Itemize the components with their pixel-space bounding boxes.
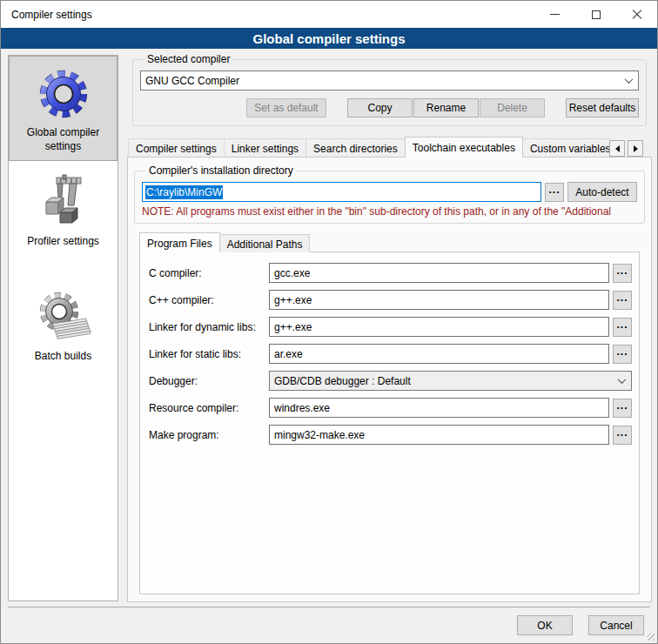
tab-search-directories[interactable]: Search directories — [306, 138, 406, 158]
tab-scroll-arrows — [609, 140, 643, 157]
cpp-compiler-input[interactable] — [269, 290, 609, 310]
tab-additional-paths[interactable]: Additional Paths — [219, 234, 311, 252]
cpp-compiler-browse-button[interactable]: ... — [613, 291, 632, 310]
reset-defaults-button[interactable]: Reset defaults — [566, 98, 639, 117]
dialog-footer: OK Cancel — [1, 607, 657, 643]
resource-compiler-input[interactable] — [269, 398, 609, 418]
static-linker-browse-button[interactable]: ... — [613, 345, 632, 364]
cpp-compiler-row: C++ compiler: ... — [149, 290, 632, 310]
sidebar-item-label: Batch builds — [35, 350, 91, 364]
static-linker-input[interactable] — [269, 344, 609, 364]
close-icon — [632, 10, 642, 20]
gear-stack-icon — [36, 289, 91, 345]
installation-directory-value: C:\raylib\MinGW — [145, 185, 223, 199]
c-compiler-input[interactable] — [269, 263, 609, 283]
toolchain-subtabs: Program Files Additional Paths — [139, 232, 651, 252]
chevron-down-icon — [625, 75, 634, 84]
delete-button[interactable]: Delete — [480, 98, 545, 117]
tab-linker-settings[interactable]: Linker settings — [224, 138, 306, 158]
resource-compiler-browse-button[interactable]: ... — [613, 399, 632, 418]
cpp-compiler-label: C++ compiler: — [149, 294, 269, 306]
tab-custom-variables[interactable]: Custom variables — [522, 138, 610, 158]
tab-scroll-left-button[interactable] — [609, 140, 625, 157]
set-as-default-button[interactable]: Set as default — [246, 98, 326, 117]
sidebar-item-label: Profiler settings — [27, 235, 99, 249]
make-program-row: Make program: ... — [149, 425, 632, 445]
close-button[interactable] — [616, 1, 657, 28]
sidebar-item-label: Global compiler settings — [12, 126, 114, 153]
dynamic-linker-row: Linker for dynamic libs: ... — [149, 317, 632, 337]
resource-compiler-label: Resource compiler: — [149, 402, 269, 414]
footer-divider — [8, 607, 650, 607]
c-compiler-browse-button[interactable]: ... — [613, 264, 632, 283]
settings-tabs: Compiler settings Linker settings Search… — [128, 137, 610, 158]
dynamic-linker-browse-button[interactable]: ... — [613, 318, 632, 337]
compiler-select[interactable]: GNU GCC Compiler — [140, 70, 639, 91]
c-compiler-row: C compiler: ... — [149, 263, 632, 283]
tab-scroll-right-button[interactable] — [628, 140, 643, 157]
compiler-actions: Set as default Copy Rename Delete Reset … — [140, 98, 639, 117]
blue-gear-icon — [36, 65, 91, 121]
window-title: Compiler settings — [1, 9, 92, 21]
ok-button[interactable]: OK — [517, 615, 573, 635]
cancel-button[interactable]: Cancel — [588, 615, 644, 635]
installation-directory-group: Compiler's installation directory C:\ray… — [134, 164, 645, 224]
make-program-label: Make program: — [149, 429, 269, 441]
page-title: Global compiler settings — [1, 28, 657, 49]
sidebar-item-global-compiler-settings[interactable]: Global compiler settings — [9, 56, 118, 161]
installation-directory-browse-button[interactable]: ... — [545, 183, 564, 202]
sidebar-item-batch-builds[interactable]: Batch builds — [9, 279, 118, 372]
debugger-select[interactable]: GDB/CDB debugger : Default — [269, 371, 632, 391]
settings-category-list: Global compiler settings Profiler settin… — [8, 55, 118, 601]
copy-button[interactable]: Copy — [347, 98, 413, 117]
titlebar: Compiler settings — [1, 1, 657, 28]
maximize-icon — [592, 10, 601, 19]
debugger-row: Debugger: GDB/CDB debugger : Default — [149, 371, 632, 391]
tab-compiler-settings[interactable]: Compiler settings — [128, 138, 225, 158]
settings-tabbar: Compiler settings Linker settings Search… — [127, 137, 652, 158]
selected-compiler-label: Selected compiler — [144, 53, 233, 65]
toolchain-executables-page: Compiler's installation directory C:\ray… — [127, 157, 652, 602]
debugger-select-value: GDB/CDB debugger : Default — [274, 375, 411, 387]
dynamic-linker-label: Linker for dynamic libs: — [149, 321, 269, 333]
arrow-left-icon — [615, 145, 620, 152]
caliper-icon — [36, 174, 91, 230]
maximize-button[interactable] — [575, 1, 616, 28]
minimize-icon — [550, 14, 560, 15]
arrow-right-icon — [634, 145, 638, 152]
sidebar-item-profiler-settings[interactable]: Profiler settings — [9, 164, 118, 257]
compiler-select-value: GNU GCC Compiler — [145, 75, 239, 87]
debugger-label: Debugger: — [149, 375, 269, 387]
c-compiler-label: C compiler: — [149, 267, 269, 279]
window-controls — [534, 1, 657, 28]
program-files-page: C compiler: ... C++ compiler: ... Linker… — [139, 252, 640, 594]
auto-detect-button[interactable]: Auto-detect — [567, 182, 637, 202]
main-panel: Selected compiler GNU GCC Compiler Set a… — [127, 53, 652, 602]
minimize-button[interactable] — [534, 1, 575, 28]
dynamic-linker-input[interactable] — [269, 317, 609, 337]
compiler-settings-dialog: Compiler settings Global compiler settin… — [0, 0, 658, 644]
make-program-input[interactable] — [269, 425, 609, 445]
installation-directory-input[interactable]: C:\raylib\MinGW — [142, 182, 541, 202]
selected-compiler-group: Selected compiler GNU GCC Compiler Set a… — [132, 53, 647, 126]
installation-directory-row: C:\raylib\MinGW ... Auto-detect — [142, 182, 637, 202]
resize-grip[interactable] — [647, 633, 655, 641]
resource-compiler-row: Resource compiler: ... — [149, 398, 632, 418]
tab-toolchain-executables[interactable]: Toolchain executables — [405, 137, 523, 158]
installation-directory-note: NOTE: All programs must exist either in … — [142, 205, 637, 218]
static-linker-row: Linker for static libs: ... — [149, 344, 632, 364]
chevron-down-icon — [618, 375, 627, 384]
make-program-browse-button[interactable]: ... — [613, 426, 632, 445]
rename-button[interactable]: Rename — [413, 98, 479, 117]
tab-program-files[interactable]: Program Files — [139, 232, 220, 252]
installation-directory-label: Compiler's installation directory — [145, 164, 297, 177]
static-linker-label: Linker for static libs: — [149, 348, 269, 360]
